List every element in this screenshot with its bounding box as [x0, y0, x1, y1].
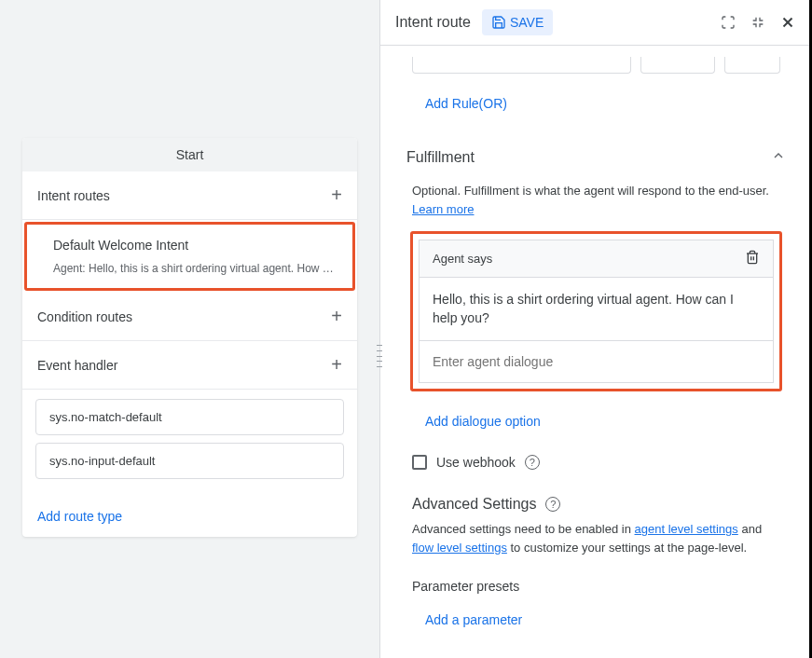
- default-welcome-intent-item[interactable]: Default Welcome Intent Agent: Hello, thi…: [24, 222, 355, 291]
- add-parameter-link[interactable]: Add a parameter: [403, 601, 790, 638]
- save-button[interactable]: SAVE: [482, 9, 553, 35]
- fulfillment-section-header[interactable]: Fulfillment: [403, 133, 790, 182]
- agent-says-container: Agent says Hello, this is a shirt orderi…: [410, 231, 782, 391]
- close-icon[interactable]: [778, 13, 797, 32]
- add-rule-link[interactable]: Add Rule(OR): [403, 74, 790, 133]
- advanced-settings-title: Advanced Settings: [412, 496, 536, 513]
- agent-says-header: Agent says: [420, 240, 773, 278]
- chevron-up-icon[interactable]: [771, 148, 786, 167]
- intent-item-subtitle: Agent: Hello, this is a shirt ordering v…: [53, 262, 336, 275]
- advanced-help-icon[interactable]: ?: [545, 497, 560, 512]
- add-dialogue-option-link[interactable]: Add dialogue option: [403, 399, 790, 444]
- delete-icon[interactable]: [745, 250, 760, 267]
- rule-box-3[interactable]: [724, 57, 780, 74]
- rule-box-1[interactable]: [412, 57, 631, 74]
- start-card: Start Intent routes + Default Welcome In…: [22, 138, 357, 537]
- use-webhook-label: Use webhook: [436, 455, 516, 470]
- agent-says-label: Agent says: [433, 252, 492, 266]
- use-webhook-row: Use webhook ?: [403, 444, 790, 481]
- event-handler-section[interactable]: Event handler +: [22, 341, 357, 390]
- agent-dialogue-input[interactable]: [420, 341, 773, 382]
- right-panel-header: Intent route SAVE: [380, 0, 812, 46]
- fulfillment-title: Fulfillment: [406, 149, 475, 166]
- webhook-help-icon[interactable]: ?: [525, 455, 540, 470]
- add-route-type-link[interactable]: Add route type: [22, 496, 357, 537]
- event-item-no-input[interactable]: sys.no-input-default: [35, 443, 344, 479]
- agent-level-settings-link[interactable]: agent level settings: [635, 522, 738, 536]
- save-icon: [491, 15, 506, 30]
- agent-says-text[interactable]: Hello, this is a shirt ordering virtual …: [420, 278, 773, 341]
- event-item-no-match[interactable]: sys.no-match-default: [35, 399, 344, 435]
- add-condition-route-icon[interactable]: +: [331, 306, 342, 327]
- condition-routes-section[interactable]: Condition routes +: [22, 293, 357, 341]
- fulfillment-description: Optional. Fulfillment is what the agent …: [403, 182, 790, 218]
- event-items-container: sys.no-match-default sys.no-input-defaul…: [22, 390, 357, 496]
- add-event-handler-icon[interactable]: +: [331, 354, 342, 376]
- event-handler-label: Event handler: [37, 358, 117, 373]
- flow-level-settings-link[interactable]: flow level settings: [412, 541, 507, 555]
- intent-routes-section[interactable]: Intent routes +: [22, 171, 357, 220]
- right-panel: Intent route SAVE: [379, 0, 812, 658]
- right-panel-title: Intent route: [395, 14, 471, 31]
- start-header: Start: [22, 138, 357, 171]
- intent-item-title: Default Welcome Intent: [53, 238, 336, 253]
- rule-placeholder-boxes: [403, 46, 790, 74]
- condition-routes-label: Condition routes: [37, 309, 132, 324]
- parameter-presets-title: Parameter presets: [403, 556, 790, 601]
- save-button-label: SAVE: [510, 15, 544, 30]
- add-intent-route-icon[interactable]: +: [331, 185, 342, 206]
- minimize-icon[interactable]: [749, 13, 767, 32]
- intent-routes-label: Intent routes: [37, 188, 110, 203]
- rule-box-2[interactable]: [640, 57, 715, 74]
- fullscreen-icon[interactable]: [719, 13, 737, 32]
- use-webhook-checkbox[interactable]: [412, 455, 427, 470]
- right-panel-content: Add Rule(OR) Fulfillment Optional. Fulfi…: [380, 46, 812, 658]
- advanced-settings-header: Advanced Settings ?: [403, 481, 790, 520]
- learn-more-link[interactable]: Learn more: [412, 202, 474, 216]
- left-panel: Start Intent routes + Default Welcome In…: [0, 0, 379, 658]
- panel-resize-handle[interactable]: [377, 345, 382, 367]
- advanced-settings-description: Advanced settings need to be enabled in …: [403, 520, 790, 556]
